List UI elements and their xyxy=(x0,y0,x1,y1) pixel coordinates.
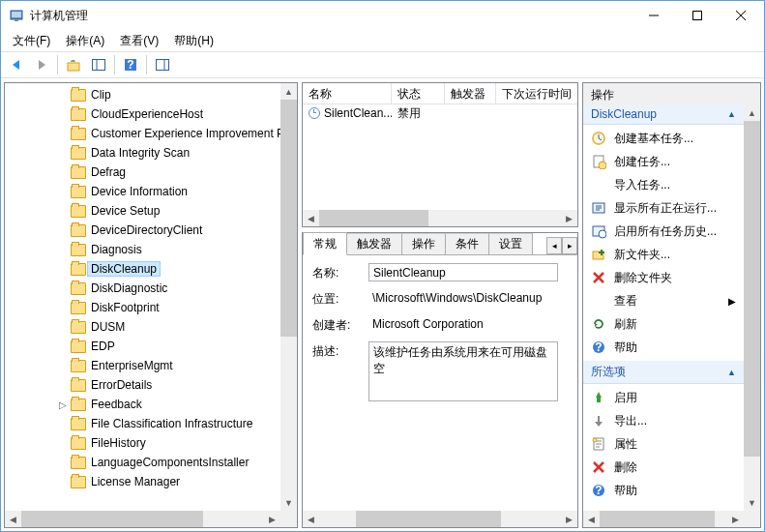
scroll-left-arrow[interactable]: ◀ xyxy=(303,511,319,527)
tree-item[interactable]: Diagnosis xyxy=(5,240,280,259)
menu-view[interactable]: 查看(V) xyxy=(112,31,166,51)
scroll-thumb[interactable] xyxy=(744,121,760,457)
tab-triggers[interactable]: 触发器 xyxy=(346,233,402,255)
action-item[interactable]: 删除 xyxy=(583,456,744,479)
menu-file[interactable]: 文件(F) xyxy=(5,31,58,51)
column-nextrun[interactable]: 下次运行时间 xyxy=(496,83,577,103)
horizontal-scrollbar[interactable]: ◀ ▶ xyxy=(583,511,744,527)
task-list-header[interactable]: 名称 状态 触发器 下次运行时间 xyxy=(303,83,577,104)
description-field[interactable] xyxy=(368,341,558,401)
action-label: 导出... xyxy=(614,413,647,429)
action-group-header[interactable]: DiskCleanup▲ xyxy=(583,104,744,125)
scroll-left-arrow[interactable]: ◀ xyxy=(583,511,600,527)
help-button[interactable]: ? xyxy=(119,54,142,75)
tree-item[interactable]: LanguageComponentsInstaller xyxy=(5,453,280,472)
action-item[interactable]: 启用所有任务历史... xyxy=(583,220,744,243)
tree-item[interactable]: DiskDiagnostic xyxy=(5,279,280,298)
scroll-thumb[interactable] xyxy=(600,511,715,527)
tree-item[interactable]: Defrag xyxy=(5,163,280,182)
action-item[interactable]: 属性 xyxy=(583,432,744,456)
scroll-up-arrow[interactable]: ▲ xyxy=(280,83,297,100)
action-item[interactable]: 查看▶ xyxy=(583,289,744,312)
scroll-thumb[interactable] xyxy=(319,210,428,226)
folder-icon xyxy=(71,166,86,179)
folder-icon xyxy=(71,205,86,218)
action-item[interactable]: 启用 xyxy=(583,386,744,409)
tab-general[interactable]: 常规 xyxy=(303,232,347,255)
task-list[interactable]: 名称 状态 触发器 下次运行时间 SilentClean... 禁用 ◀ ▶ xyxy=(302,82,578,227)
scroll-thumb[interactable] xyxy=(280,100,297,337)
tab-conditions[interactable]: 条件 xyxy=(445,233,489,255)
horizontal-scrollbar[interactable]: ◀ ▶ xyxy=(5,511,280,527)
tree-item[interactable]: Customer Experience Improvement Program xyxy=(5,124,280,143)
vertical-scrollbar[interactable]: ▲ ▼ xyxy=(280,83,297,511)
maximize-button[interactable] xyxy=(675,2,719,29)
action-item[interactable]: 新文件夹... xyxy=(583,243,744,266)
menu-action[interactable]: 操作(A) xyxy=(58,31,112,51)
expand-icon[interactable]: ▷ xyxy=(57,399,68,410)
tree-item[interactable]: DeviceDirectoryClient xyxy=(5,221,280,240)
scroll-down-arrow[interactable]: ▼ xyxy=(280,494,297,511)
tree-item[interactable]: FileHistory xyxy=(5,433,280,453)
work-area: ClipCloudExperienceHostCustomer Experien… xyxy=(1,79,764,531)
tree-item[interactable]: ErrorDetails xyxy=(5,375,280,395)
scroll-up-arrow[interactable]: ▲ xyxy=(744,104,760,121)
vertical-scrollbar[interactable]: ▲ ▼ xyxy=(744,104,760,511)
close-button[interactable] xyxy=(719,2,762,29)
scroll-right-arrow[interactable]: ▶ xyxy=(561,511,577,527)
scroll-right-arrow[interactable]: ▶ xyxy=(264,511,280,527)
scroll-left-arrow[interactable]: ◀ xyxy=(5,511,21,527)
action-item[interactable]: 刷新 xyxy=(583,312,744,336)
action-item[interactable]: 导入任务... xyxy=(583,173,744,196)
show-hide-action-button[interactable] xyxy=(151,54,174,75)
tab-actions[interactable]: 操作 xyxy=(401,233,446,255)
action-item[interactable]: ?帮助 xyxy=(583,336,744,359)
tree-item[interactable]: License Manager xyxy=(5,472,280,491)
task-row[interactable]: SilentClean... 禁用 xyxy=(303,104,577,122)
action-item[interactable]: 显示所有正在运行... xyxy=(583,196,744,220)
tab-scroll-left[interactable]: ◂ xyxy=(546,237,562,254)
action-item[interactable]: 创建任务... xyxy=(583,150,744,173)
action-item[interactable]: 删除文件夹 xyxy=(583,266,744,289)
action-group-header[interactable]: 所选项▲ xyxy=(583,361,744,384)
column-status[interactable]: 状态 xyxy=(392,83,445,103)
nav-back-button[interactable] xyxy=(5,54,28,75)
tree-item[interactable]: DiskFootprint xyxy=(5,298,280,317)
horizontal-scrollbar[interactable]: ◀ ▶ xyxy=(303,511,577,527)
scroll-left-arrow[interactable]: ◀ xyxy=(303,210,319,226)
tree-view[interactable]: ClipCloudExperienceHostCustomer Experien… xyxy=(5,83,297,527)
column-name[interactable]: 名称 xyxy=(303,83,392,103)
scroll-thumb[interactable] xyxy=(356,511,501,527)
tree-item[interactable]: Device Setup xyxy=(5,201,280,221)
nav-forward-button[interactable] xyxy=(30,54,53,75)
minimize-button[interactable] xyxy=(632,2,675,29)
tree-item[interactable]: ▷Feedback xyxy=(5,395,280,414)
task-name: SilentClean... xyxy=(324,106,392,120)
menu-help[interactable]: 帮助(H) xyxy=(166,31,221,51)
horizontal-scrollbar[interactable]: ◀ ▶ xyxy=(303,210,577,226)
scroll-thumb[interactable] xyxy=(21,511,203,527)
tree-item[interactable]: EDP xyxy=(5,337,280,356)
tree-item[interactable]: EnterpriseMgmt xyxy=(5,356,280,375)
tree-item[interactable]: Clip xyxy=(5,85,280,104)
tree-item[interactable]: DUSM xyxy=(5,317,280,337)
tree-item[interactable]: DiskCleanup xyxy=(5,259,280,279)
tree-item[interactable]: File Classification Infrastructure xyxy=(5,414,280,433)
tree-item[interactable]: Device Information xyxy=(5,182,280,201)
up-button[interactable] xyxy=(62,54,85,75)
tab-settings[interactable]: 设置 xyxy=(488,233,533,255)
action-item[interactable]: 导出... xyxy=(583,409,744,432)
action-item[interactable]: 创建基本任务... xyxy=(583,127,744,150)
scroll-down-arrow[interactable]: ▼ xyxy=(744,494,760,511)
app-icon xyxy=(9,8,24,23)
column-triggers[interactable]: 触发器 xyxy=(445,83,496,103)
scroll-right-arrow[interactable]: ▶ xyxy=(561,210,577,226)
scroll-right-arrow[interactable]: ▶ xyxy=(727,511,744,527)
folder-icon xyxy=(71,340,86,353)
tree-item[interactable]: CloudExperienceHost xyxy=(5,104,280,124)
tab-scroll-right[interactable]: ▸ xyxy=(562,237,577,254)
action-item[interactable]: ?帮助 xyxy=(583,479,744,502)
show-hide-tree-button[interactable] xyxy=(87,54,110,75)
tree-item[interactable]: Data Integrity Scan xyxy=(5,143,280,163)
name-field[interactable] xyxy=(368,263,558,281)
